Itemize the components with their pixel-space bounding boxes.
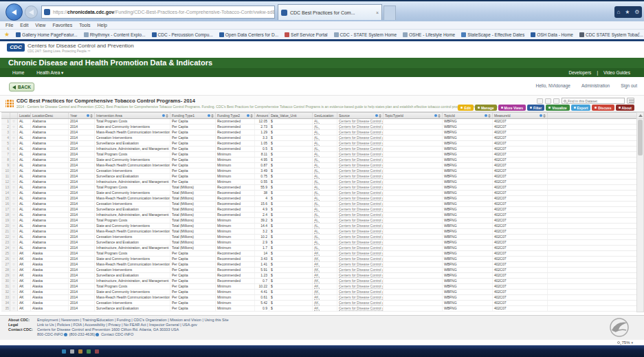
table-cell[interactable]: AL, <box>313 136 337 140</box>
table-cell[interactable]: AL <box>18 224 31 228</box>
table-cell[interactable]: 402C07 <box>493 273 548 278</box>
table-cell[interactable]: 1.05 <box>255 141 269 146</box>
table-row[interactable]: 6☆ALAlabama2014Infrastructure, Administr… <box>1 147 640 152</box>
table-cell[interactable]: $ <box>269 180 313 184</box>
table-cell[interactable]: Centers for Disease Control and P-TND <box>337 130 384 135</box>
table-cell[interactable]: Infrastructure, Administration, and Mana… <box>95 147 170 151</box>
table-cell[interactable]: Alabama <box>31 119 69 124</box>
table-cell[interactable] <box>384 273 443 278</box>
table-cell[interactable]: Alaska <box>31 301 69 305</box>
table-cell[interactable]: 402C07 <box>493 191 548 195</box>
column-info-icon[interactable] <box>87 114 89 117</box>
taskbar-icon[interactable] <box>87 349 91 354</box>
table-cell[interactable]: Surveillance and Evaluation <box>95 240 170 245</box>
row-star-icon[interactable]: ☆ <box>10 224 18 228</box>
table-cell[interactable]: 402C07 <box>493 240 548 245</box>
table-cell[interactable]: Total Program Costs <box>95 284 170 289</box>
row-star-icon[interactable]: ☆ <box>10 268 18 272</box>
table-cell[interactable]: Minimum <box>216 306 255 311</box>
nav-developers[interactable]: Developers <box>568 70 591 75</box>
table-cell[interactable]: WBFNG <box>443 218 493 223</box>
table-cell[interactable]: Total Program Costs <box>95 119 170 124</box>
table-cell[interactable]: $ <box>269 306 313 311</box>
taskbar-icon[interactable] <box>95 349 99 354</box>
table-row[interactable]: 7☆ALAlabama2014Total Program CostsPer Ca… <box>1 152 640 158</box>
table-cell[interactable]: 2014 <box>69 295 95 300</box>
table-cell[interactable]: 2014 <box>69 235 95 239</box>
table-cell[interactable]: AL, <box>313 246 337 250</box>
table-cell[interactable]: AL <box>18 196 31 201</box>
menu-item-tools[interactable]: Tools <box>79 23 90 28</box>
row-star-icon[interactable]: ☆ <box>10 202 18 206</box>
table-cell[interactable]: AK <box>18 284 31 289</box>
row-star-icon[interactable]: ☆ <box>10 246 18 250</box>
table-cell[interactable]: Per Capita <box>170 273 216 278</box>
table-cell[interactable]: Total (Millions) <box>170 224 216 228</box>
table-cell[interactable] <box>384 213 443 217</box>
table-cell[interactable]: 2014 <box>69 290 95 294</box>
table-row[interactable]: 23☆ALAlabama2014Surveillance and Evaluat… <box>1 240 640 246</box>
table-cell[interactable]: Centers for Disease Control and P-TND <box>337 125 384 129</box>
table-cell[interactable]: Minimum <box>216 235 255 239</box>
table-cell[interactable]: WBFNG <box>443 268 493 272</box>
table-cell[interactable]: AK, <box>313 295 337 300</box>
table-cell[interactable]: Centers for Disease Control and P-TND <box>337 257 384 261</box>
table-cell[interactable]: WBFNG <box>443 152 493 157</box>
table-cell[interactable]: State and Community Interventions <box>95 125 170 129</box>
table-row[interactable]: 34☆AKAlaska2014Cessation InterventionsPe… <box>1 301 640 306</box>
table-cell[interactable]: Alaska <box>31 262 69 267</box>
sign-out-link[interactable]: Sign out <box>621 83 637 88</box>
table-cell[interactable]: 2014 <box>69 163 95 168</box>
table-cell[interactable]: Total (Millions) <box>170 218 216 223</box>
column-sort-icon[interactable] <box>379 114 381 118</box>
table-cell[interactable]: 402C07 <box>493 180 548 184</box>
table-cell[interactable]: AK <box>18 273 31 278</box>
table-cell[interactable]: WBFNG <box>443 262 493 267</box>
table-cell[interactable]: 402C07 <box>493 268 548 272</box>
table-cell[interactable]: Alabama <box>31 163 69 168</box>
table-cell[interactable] <box>384 191 443 195</box>
table-cell[interactable]: Total (Millions) <box>170 207 216 212</box>
table-cell[interactable]: $ <box>269 125 313 129</box>
table-cell[interactable]: Centers for Disease Control and P-TND <box>337 284 384 289</box>
table-cell[interactable]: AK, <box>313 257 337 261</box>
table-cell[interactable]: Minimum <box>216 224 255 228</box>
table-cell[interactable]: 2014 <box>69 125 95 129</box>
table-cell[interactable]: Per Capita <box>170 301 216 305</box>
table-cell[interactable]: Centers for Disease Control and P-TND <box>337 268 384 272</box>
table-cell[interactable]: 402C07 <box>493 202 548 206</box>
table-cell[interactable]: Alaska <box>31 257 69 261</box>
table-row[interactable]: 21☆ALAlabama2014Mass-Reach Health Commun… <box>1 229 640 235</box>
column-header[interactable]: Funding Type1 <box>170 113 216 118</box>
table-cell[interactable]: AL <box>18 235 31 239</box>
table-cell[interactable]: WBFNG <box>443 163 493 168</box>
table-cell[interactable]: 402C07 <box>493 147 548 151</box>
table-row[interactable]: 5☆ALAlabama2014Surveillance and Evaluati… <box>1 141 640 147</box>
table-cell[interactable]: Minimum <box>216 295 255 300</box>
table-cell[interactable]: WBFNG <box>443 290 493 294</box>
table-cell[interactable]: 2.4 <box>255 213 269 217</box>
table-cell[interactable]: Centers for Disease Control and P-TND <box>337 295 384 300</box>
menu-item-view[interactable]: View <box>35 23 45 28</box>
table-cell[interactable]: Centers for Disease Control and P-TND <box>337 251 384 256</box>
table-cell[interactable]: 0.55 <box>255 180 269 184</box>
table-cell[interactable]: 12.05 <box>255 119 269 124</box>
row-star-icon[interactable]: ☆ <box>10 169 18 173</box>
export-button[interactable]: Export <box>571 105 591 111</box>
table-cell[interactable]: 2014 <box>69 246 95 250</box>
table-cell[interactable]: Minimum <box>216 163 255 168</box>
table-cell[interactable]: Centers for Disease Control and P-TND <box>337 207 384 212</box>
row-star-icon[interactable]: ☆ <box>10 284 18 289</box>
table-cell[interactable]: Per Capita <box>170 279 216 283</box>
table-cell[interactable]: 2014 <box>69 174 95 179</box>
table-cell[interactable]: $ <box>269 257 313 261</box>
table-row[interactable]: 19☆ALAlabama2014Total Program CostsTotal… <box>1 218 640 224</box>
table-cell[interactable]: 2014 <box>69 136 95 140</box>
table-cell[interactable]: Alaska <box>31 290 69 294</box>
table-cell[interactable]: 402C07 <box>493 119 548 124</box>
table-cell[interactable]: 2014 <box>69 169 95 173</box>
table-cell[interactable]: Minimum <box>216 240 255 245</box>
table-row[interactable]: 27☆AKAlaska2014Mass-Reach Health Communi… <box>1 262 640 268</box>
table-cell[interactable]: WBFNG <box>443 180 493 184</box>
table-cell[interactable]: AL, <box>313 163 337 168</box>
